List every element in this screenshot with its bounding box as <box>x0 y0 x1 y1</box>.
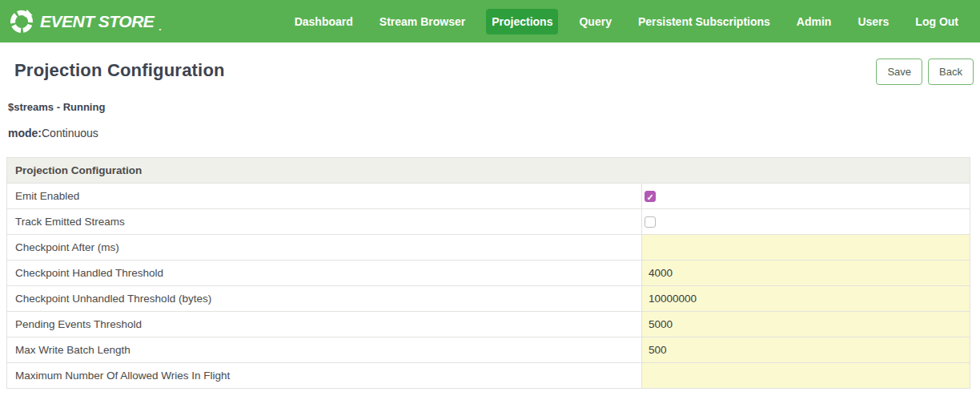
page-title: Projection Configuration <box>14 60 225 81</box>
nav-item-log-out[interactable]: Log Out <box>910 9 964 34</box>
max-write-batch-length-input[interactable] <box>642 337 970 362</box>
checkpoint-handled-threshold-input[interactable] <box>642 261 970 285</box>
main-content: Projection Configuration Save Back $stre… <box>0 42 980 389</box>
table-row: Max Write Batch Length <box>7 337 970 363</box>
table-row: Maximum Number Of Allowed Wries In Fligh… <box>7 363 970 389</box>
row-label-checkpoint-after-ms: Checkpoint After (ms) <box>7 235 642 261</box>
row-value-cell <box>642 209 970 235</box>
table-row: Pending Events Threshold <box>7 312 970 337</box>
config-table: Projection Configuration Emit Enabled✓Tr… <box>6 157 970 389</box>
row-value-cell <box>642 363 970 389</box>
checkpoint-after-ms-input[interactable] <box>642 235 970 260</box>
row-label-maximum-number-of-allowed-wries-in-flight: Maximum Number Of Allowed Wries In Fligh… <box>7 363 642 389</box>
row-value-cell <box>642 261 970 286</box>
nav-items: DashboardStream BrowserProjectionsQueryP… <box>274 9 964 34</box>
event-store-logo-icon <box>8 8 35 35</box>
brand-name: EVENT STORE <box>40 12 154 31</box>
page-header: Projection Configuration Save Back <box>0 42 980 85</box>
row-label-track-emitted-streams: Track Emitted Streams <box>7 209 642 235</box>
projection-mode: mode:Continuous <box>8 127 980 139</box>
brand-logo[interactable]: EVENT STORE . <box>8 8 162 35</box>
table-row: Checkpoint Unhandled Threshold (bytes) <box>7 286 970 312</box>
nav-item-stream-browser[interactable]: Stream Browser <box>374 9 471 34</box>
nav-item-projections[interactable]: Projections <box>486 9 558 34</box>
top-navbar: EVENT STORE . DashboardStream BrowserPro… <box>0 0 980 42</box>
maximum-number-of-allowed-wries-in-flight-input[interactable] <box>642 363 970 388</box>
back-button[interactable]: Back <box>928 59 974 85</box>
nav-item-query[interactable]: Query <box>573 9 617 34</box>
check-icon: ✓ <box>646 192 653 202</box>
track-emitted-streams-checkbox[interactable] <box>645 216 656 228</box>
pending-events-threshold-input[interactable] <box>642 312 970 337</box>
brand-suffix: . <box>159 22 161 33</box>
table-row: Emit Enabled✓ <box>7 184 970 209</box>
row-value-cell <box>642 286 970 312</box>
checkpoint-unhandled-threshold-bytes-input[interactable] <box>642 286 970 311</box>
mode-label: mode: <box>8 127 42 139</box>
row-label-pending-events-threshold: Pending Events Threshold <box>7 312 642 337</box>
row-label-checkpoint-unhandled-threshold-bytes: Checkpoint Unhandled Threshold (bytes) <box>7 286 642 312</box>
table-row: Checkpoint After (ms) <box>7 235 970 261</box>
nav-item-dashboard[interactable]: Dashboard <box>289 9 359 34</box>
row-value-cell <box>642 312 970 337</box>
nav-item-admin[interactable]: Admin <box>791 9 837 34</box>
row-value-cell: ✓ <box>642 184 970 209</box>
header-buttons: Save Back <box>876 59 974 85</box>
nav-item-users[interactable]: Users <box>852 9 894 34</box>
row-value-cell <box>642 235 970 261</box>
table-row: Checkpoint Handled Threshold <box>7 261 970 286</box>
row-label-emit-enabled: Emit Enabled <box>7 184 642 209</box>
row-label-checkpoint-handled-threshold: Checkpoint Handled Threshold <box>7 261 642 286</box>
row-value-cell <box>642 337 970 363</box>
row-label-max-write-batch-length: Max Write Batch Length <box>7 337 642 363</box>
mode-value: Continuous <box>42 127 98 139</box>
table-header-row: Projection Configuration <box>7 158 970 184</box>
nav-item-persistent-subscriptions[interactable]: Persistent Subscriptions <box>633 9 776 34</box>
projection-status: $streams - Running <box>8 101 980 113</box>
table-row: Track Emitted Streams <box>7 209 970 235</box>
emit-enabled-checkbox[interactable]: ✓ <box>645 191 656 202</box>
save-button[interactable]: Save <box>876 59 922 85</box>
table-header: Projection Configuration <box>7 158 970 184</box>
